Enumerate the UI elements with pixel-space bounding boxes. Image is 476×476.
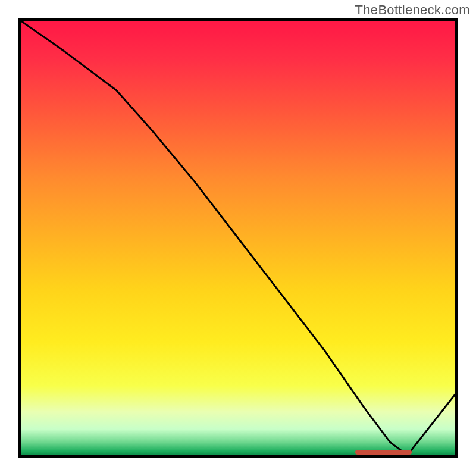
plot-frame <box>18 18 458 458</box>
chart-stage: TheBottleneck.com <box>0 0 476 476</box>
optimal-segment-marker <box>355 450 412 455</box>
curve-layer <box>21 21 455 455</box>
bottleneck-curve <box>21 21 455 455</box>
watermark-text: TheBottleneck.com <box>355 2 470 18</box>
